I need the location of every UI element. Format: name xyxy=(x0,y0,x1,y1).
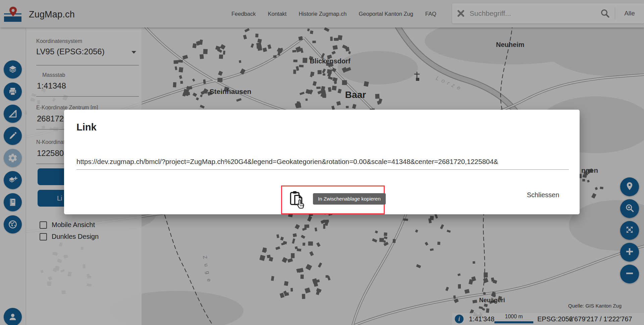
link-dialog: Link https://dev.zugmap.ch/bmcl/?project… xyxy=(64,110,580,214)
zugmap-app: SteinhausenBlickensdorfBaarNeuheimLorzeN… xyxy=(0,0,644,325)
close-dialog-button[interactable]: Schliessen xyxy=(520,187,567,202)
copy-tooltip: In Zwischenablage kopieren xyxy=(313,193,386,205)
dialog-title: Link xyxy=(76,122,97,133)
link-url-field[interactable]: https://dev.zugmap.ch/bmcl/?project=ZugM… xyxy=(76,158,569,170)
hand-cursor-icon xyxy=(296,199,305,212)
annotation-highlight-box: In Zwischenablage kopieren xyxy=(281,185,385,214)
